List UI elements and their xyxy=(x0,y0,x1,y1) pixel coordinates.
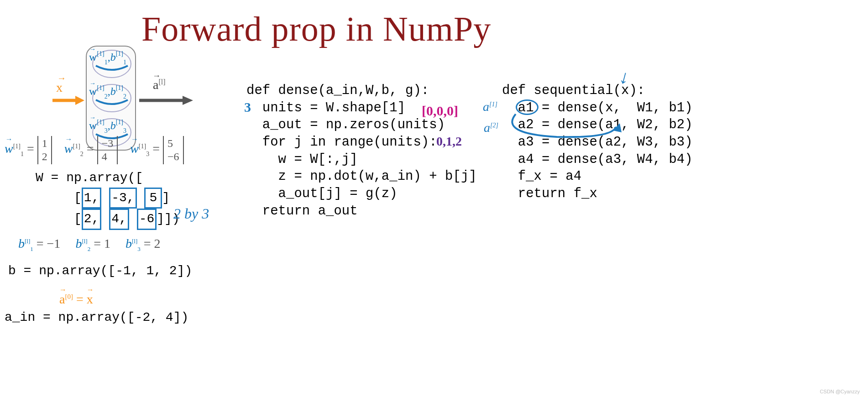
annotation-range-012: 0,1,2 xyxy=(436,134,462,149)
annotation-a-l2: a[2] xyxy=(484,120,498,135)
w-vector-equations: w[1]1 = 12 w[1]2 = −34 w[1]3 = 5−6 xyxy=(5,136,193,164)
w1-eq: w[1]1 = 12 xyxy=(5,136,52,164)
neuron-2-label: →w[1]2,b[1]2 xyxy=(89,85,126,99)
a-vector-label: a[l] xyxy=(153,78,166,92)
b3-eq: b[l]3 = 2 xyxy=(125,236,161,251)
b1-eq: b[l]1 = −1 xyxy=(18,236,60,251)
watermark: CSDN @Cyanzzy xyxy=(820,389,860,394)
w3-eq: w[1]3 = 5−6 xyxy=(130,136,183,164)
curved-arrow-icon xyxy=(502,113,625,143)
annotation-units-3: 3 xyxy=(244,99,251,115)
b2-eq: b[l]2 = 1 xyxy=(75,236,110,251)
annotation-zeros: [0,0,0] xyxy=(422,103,458,119)
a-arrow-icon xyxy=(139,94,194,107)
b-scalar-equations: b[l]1 = −1 b[l]2 = 1 b[l]3 = 2 xyxy=(18,236,173,253)
svg-marker-6 xyxy=(183,96,193,105)
svg-marker-7 xyxy=(613,123,622,132)
a1-circle-annotation xyxy=(516,99,539,115)
annotation-a-l1: a[1] xyxy=(483,99,497,114)
slide-title: Forward prop in NumPy xyxy=(141,9,491,49)
a0-equation: a[0] = x xyxy=(59,292,93,307)
x-vector-label: x xyxy=(56,80,63,95)
neuron-3-label: →w[1]3,b[1]3 xyxy=(89,120,126,134)
annotation-2by3: 2 by 3 xyxy=(173,205,209,222)
w2-eq: w[1]2 = −34 xyxy=(64,136,118,164)
neuron-1-label: →w[1]1,b[1]1 xyxy=(89,51,126,65)
nn-diagram: x →w[1]1,b[1]1 →w[1]2,b[1]2 →w[1]3,b[1]3… xyxy=(25,23,176,132)
x-arrow-icon xyxy=(52,94,84,107)
ain-array-code: a_in = np.array([-2, 4]) xyxy=(5,310,188,324)
w-array-code: W = np.array([ [1, -3, 5] [2, 4, -6]]) xyxy=(36,169,180,230)
b-array-code: b = np.array([-1, 1, 2]) xyxy=(8,264,192,278)
svg-marker-1 xyxy=(75,96,84,105)
